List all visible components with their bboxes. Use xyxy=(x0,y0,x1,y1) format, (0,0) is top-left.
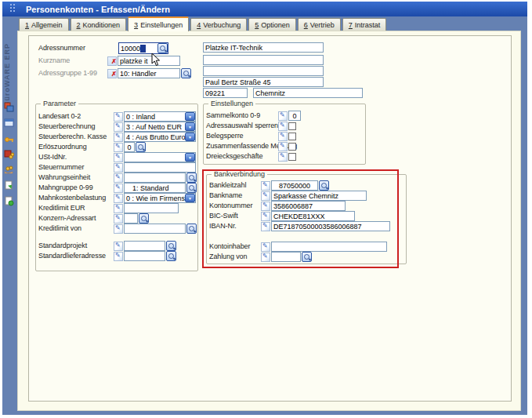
erloeszuordnung-input[interactable] xyxy=(124,142,135,152)
bankname-input[interactable] xyxy=(271,191,367,201)
edit-note-icon[interactable] xyxy=(278,111,288,121)
adressnummer-lookup-button[interactable] xyxy=(157,43,168,53)
belegsperre-checkbox[interactable] xyxy=(288,133,296,140)
mahngruppe-input[interactable] xyxy=(124,183,186,193)
adressgruppe-input[interactable] xyxy=(118,68,180,78)
dropdown-arrow-icon[interactable] xyxy=(185,133,195,141)
edit-note-icon[interactable] xyxy=(261,222,270,231)
edit-note-icon[interactable] xyxy=(261,242,270,252)
bankleitzahl-input[interactable] xyxy=(271,180,318,191)
edit-note-icon[interactable] xyxy=(114,173,123,183)
dreiecksgeschaefte-checkbox[interactable] xyxy=(288,153,296,161)
steuerberechn-kasse-select[interactable]: 4 : Aus Brutto Euro xyxy=(124,132,196,142)
bankleitzahl-lookup-button[interactable] xyxy=(319,180,329,191)
tab-vertrieb[interactable]: 6Vertrieb xyxy=(298,18,341,31)
zahlung-von-label: Zahlung von xyxy=(209,252,247,262)
zahlung-von-lookup-button[interactable] xyxy=(302,252,312,262)
tab-einstellungen[interactable]: 3Einstellungen xyxy=(128,16,189,31)
standardlieferadresse-lookup-button[interactable] xyxy=(166,251,176,261)
edit-note-icon[interactable] xyxy=(114,153,123,162)
dropdown-arrow-icon[interactable] xyxy=(185,194,195,202)
export-document-icon[interactable] xyxy=(4,180,14,191)
kreditlimit-von-lookup-button[interactable] xyxy=(186,224,197,234)
waehrungseinheit-input[interactable] xyxy=(124,173,186,183)
zip-input[interactable] xyxy=(203,88,248,98)
kreditlimit-eur-input[interactable] xyxy=(124,203,179,213)
edit-note-icon[interactable] xyxy=(261,181,270,191)
edit-note-icon[interactable] xyxy=(114,252,123,261)
edit-note-icon[interactable] xyxy=(114,194,123,203)
cash-coins-icon[interactable] xyxy=(4,149,14,159)
standardprojekt-input[interactable] xyxy=(124,241,165,251)
edit-note-icon[interactable] xyxy=(114,224,123,234)
kontonummer-control xyxy=(261,201,346,211)
tab-konditionen[interactable]: 2Konditionen xyxy=(71,18,127,31)
tab-verbuchung[interactable]: 4Verbuchung xyxy=(190,18,247,31)
edit-note-icon[interactable] xyxy=(114,204,123,213)
dropdown-arrow-icon[interactable] xyxy=(185,153,195,162)
steuernummer-input[interactable] xyxy=(124,162,196,173)
index-cards-icon[interactable] xyxy=(4,102,14,112)
dropdown-arrow-icon[interactable] xyxy=(185,122,195,131)
standardlieferadresse-input[interactable] xyxy=(124,251,165,261)
hand-coins-icon[interactable] xyxy=(4,165,14,175)
tab-allgemein[interactable]: 1Allgemein xyxy=(19,18,69,31)
edit-note-icon[interactable] xyxy=(261,253,270,262)
landesart-select[interactable]: 0 : Inland xyxy=(124,111,196,122)
kreditlimit-von-input[interactable] xyxy=(124,224,186,234)
zusammenfassende-meldung-checkbox[interactable] xyxy=(288,143,296,151)
edit-note-icon[interactable] xyxy=(278,132,288,141)
ust-idnr-select[interactable] xyxy=(124,152,196,162)
key-icon[interactable] xyxy=(4,133,14,144)
edit-note-icon[interactable] xyxy=(261,191,270,201)
kontonummer-input[interactable] xyxy=(271,201,346,211)
edit-note-icon[interactable] xyxy=(114,122,123,132)
bic-swift-input[interactable] xyxy=(271,211,355,221)
clear-field-icon[interactable] xyxy=(107,69,117,78)
konzern-adressart-lookup-button[interactable] xyxy=(139,213,149,224)
clear-field-icon[interactable] xyxy=(107,56,117,66)
adressnummer-input[interactable]: 10000 xyxy=(118,42,168,54)
edit-note-icon[interactable] xyxy=(278,142,288,151)
kontoinhaber-input[interactable] xyxy=(271,242,387,252)
adressgruppe-lookup-button[interactable] xyxy=(181,68,191,78)
tab-intrastat[interactable]: 7Intrastat xyxy=(342,18,387,31)
document-green-icon[interactable] xyxy=(4,196,14,206)
standardprojekt-lookup-button[interactable] xyxy=(166,241,176,251)
konzern-adressart-input[interactable] xyxy=(124,213,138,224)
edit-note-icon[interactable] xyxy=(114,184,123,193)
edit-note-icon[interactable] xyxy=(278,122,288,131)
edit-note-icon[interactable] xyxy=(114,214,123,224)
kreditlimit-von-control xyxy=(114,224,197,234)
name2-input[interactable] xyxy=(203,55,324,65)
edit-note-icon[interactable] xyxy=(114,143,123,152)
window-icon[interactable] xyxy=(4,118,14,128)
adressauswahl-sperren-checkbox[interactable] xyxy=(288,122,296,130)
kreditlimit-eur-control xyxy=(114,203,179,213)
edit-note-icon[interactable] xyxy=(114,163,123,173)
mahngruppe-lookup-button[interactable] xyxy=(186,183,197,193)
iban-input[interactable] xyxy=(271,221,390,231)
mahnkostenbelastung-select[interactable]: 0 : Wie im Firmenstamm eing xyxy=(124,193,196,203)
text-selection-block xyxy=(140,45,146,53)
edit-note-icon[interactable] xyxy=(114,112,123,122)
edit-note-icon[interactable] xyxy=(114,133,123,142)
waehrungseinheit-lookup-button[interactable] xyxy=(186,173,197,183)
title-bar[interactable]: Personenkonten - Erfassen/Ändern xyxy=(2,2,527,16)
city-input[interactable] xyxy=(253,88,363,98)
name3-input[interactable] xyxy=(203,66,324,76)
name1-input[interactable] xyxy=(203,42,324,53)
edit-note-icon[interactable] xyxy=(114,242,123,251)
edit-note-icon[interactable] xyxy=(261,202,270,211)
street-input[interactable] xyxy=(203,77,324,87)
belegsperre-label: Belegsperre xyxy=(206,131,243,141)
sammelkonto-input[interactable] xyxy=(288,111,301,121)
edit-note-icon[interactable] xyxy=(278,152,288,162)
edit-note-icon[interactable] xyxy=(261,212,270,221)
zahlung-von-input[interactable] xyxy=(271,252,301,262)
tab-optionen[interactable]: 5Optionen xyxy=(248,18,296,31)
steuerberechnung-select[interactable]: 3 : Auf Netto EUR xyxy=(124,122,196,132)
kurzname-input[interactable] xyxy=(118,56,180,66)
erloeszuordnung-lookup-button[interactable] xyxy=(136,142,146,152)
dropdown-arrow-icon[interactable] xyxy=(185,112,195,121)
